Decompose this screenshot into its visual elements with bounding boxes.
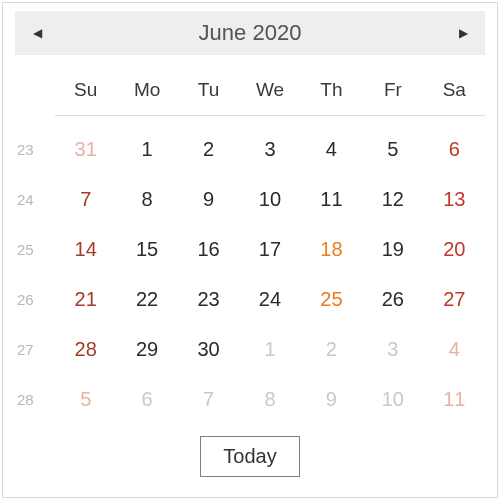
day-header-tu: Tu — [198, 73, 219, 111]
next-month-button[interactable]: ▶ — [445, 11, 481, 55]
day-cell[interactable]: 12 — [362, 176, 423, 222]
day-cell[interactable]: 6 — [424, 126, 485, 172]
day-cell[interactable]: 5 — [55, 376, 116, 422]
calendar-grid: Su Mo Tu We Th Fr Sa 2331123456247891011… — [15, 73, 485, 422]
day-cell[interactable]: 14 — [55, 226, 116, 272]
day-cell[interactable]: 11 — [424, 376, 485, 422]
week-number: 28 — [15, 391, 34, 408]
header-divider — [55, 115, 485, 116]
week-number: 24 — [15, 191, 34, 208]
day-header-mo: Mo — [134, 73, 160, 111]
triangle-right-icon: ▶ — [459, 26, 468, 40]
day-cell[interactable]: 8 — [116, 176, 177, 222]
day-cell[interactable]: 26 — [362, 276, 423, 322]
day-cell[interactable]: 1 — [239, 326, 300, 372]
day-cell[interactable]: 23 — [178, 276, 239, 322]
day-cell[interactable]: 15 — [116, 226, 177, 272]
triangle-left-icon: ◀ — [33, 26, 42, 40]
calendar: ◀ June 2020 ▶ Su Mo Tu We Th Fr Sa 23311… — [2, 2, 498, 498]
day-cell[interactable]: 13 — [424, 176, 485, 222]
month-year-title[interactable]: June 2020 — [199, 20, 302, 46]
day-cell[interactable]: 9 — [178, 176, 239, 222]
day-header-th: Th — [320, 73, 342, 111]
day-cell[interactable]: 29 — [116, 326, 177, 372]
day-cell[interactable]: 7 — [55, 176, 116, 222]
day-cell[interactable]: 22 — [116, 276, 177, 322]
day-cell[interactable]: 7 — [178, 376, 239, 422]
day-cell[interactable]: 9 — [301, 376, 362, 422]
day-cell[interactable]: 11 — [301, 176, 362, 222]
day-cell[interactable]: 28 — [55, 326, 116, 372]
day-cell[interactable]: 10 — [239, 176, 300, 222]
day-cell[interactable]: 1 — [116, 126, 177, 172]
day-cell[interactable]: 4 — [301, 126, 362, 172]
calendar-header: ◀ June 2020 ▶ — [15, 11, 485, 55]
day-cell[interactable]: 27 — [424, 276, 485, 322]
day-cell[interactable]: 17 — [239, 226, 300, 272]
week-number: 23 — [15, 141, 34, 158]
day-cell[interactable]: 2 — [301, 326, 362, 372]
day-cell[interactable]: 2 — [178, 126, 239, 172]
day-cell[interactable]: 5 — [362, 126, 423, 172]
week-number: 26 — [15, 291, 34, 308]
day-cell[interactable]: 20 — [424, 226, 485, 272]
prev-month-button[interactable]: ◀ — [19, 11, 55, 55]
day-header-we: We — [256, 73, 284, 111]
day-cell[interactable]: 19 — [362, 226, 423, 272]
day-header-fr: Fr — [384, 73, 402, 111]
day-cell[interactable]: 3 — [362, 326, 423, 372]
day-cell[interactable]: 31 — [55, 126, 116, 172]
day-header-su: Su — [74, 73, 97, 111]
day-cell[interactable]: 16 — [178, 226, 239, 272]
today-button[interactable]: Today — [200, 436, 299, 477]
day-header-sa: Sa — [443, 73, 466, 111]
day-cell[interactable]: 4 — [424, 326, 485, 372]
today-row: Today — [15, 436, 485, 477]
day-cell[interactable]: 3 — [239, 126, 300, 172]
week-number: 25 — [15, 241, 34, 258]
day-cell[interactable]: 18 — [301, 226, 362, 272]
day-cell[interactable]: 10 — [362, 376, 423, 422]
week-number: 27 — [15, 341, 34, 358]
day-cell[interactable]: 8 — [239, 376, 300, 422]
day-cell[interactable]: 30 — [178, 326, 239, 372]
day-cell[interactable]: 25 — [301, 276, 362, 322]
day-cell[interactable]: 6 — [116, 376, 177, 422]
day-cell[interactable]: 24 — [239, 276, 300, 322]
day-cell[interactable]: 21 — [55, 276, 116, 322]
